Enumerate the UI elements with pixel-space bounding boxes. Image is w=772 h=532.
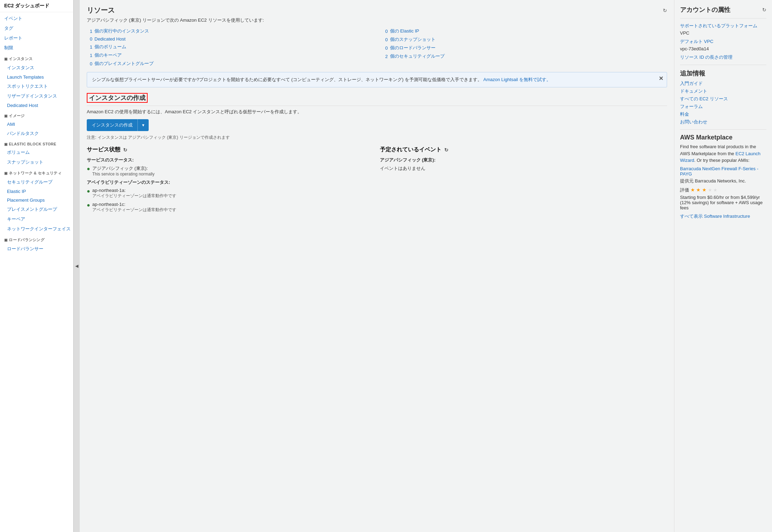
running-instances-label[interactable]: 個の実行中のインスタンス bbox=[94, 28, 149, 34]
service-status-region: アジアパシフィック (東京): bbox=[92, 165, 155, 172]
resource-item-volumes: 1 個のボリューム bbox=[87, 43, 372, 51]
sidebar-section-ebs: ▣ ELASTIC BLOCK STORE bbox=[0, 138, 73, 148]
az-status-1a-msg: アベイラビリティーゾーンは通常動作中です bbox=[92, 193, 176, 199]
security-groups-count[interactable]: 2 bbox=[382, 54, 388, 59]
scheduled-events-title: 予定されているイベント bbox=[380, 146, 441, 153]
sidebar-item-snapshots[interactable]: スナップショット bbox=[0, 157, 73, 167]
create-instance-section: インスタンスの作成 Amazon EC2 の使用を開始するには、Amazon E… bbox=[87, 93, 667, 141]
sidebar-item-network-interfaces[interactable]: ネットワークインターフェイス bbox=[0, 224, 73, 234]
platform-link[interactable]: サポートされているプラットフォーム bbox=[680, 23, 766, 29]
sidebar-item-volumes[interactable]: ボリューム bbox=[0, 148, 73, 157]
sidebar-item-load-balancers[interactable]: ロードバランサー bbox=[0, 244, 73, 254]
scheduled-events-region: アジアパシフィック (東京): bbox=[380, 157, 667, 163]
running-instances-count[interactable]: 1 bbox=[87, 29, 92, 34]
forum-link[interactable]: フォーラム bbox=[680, 103, 766, 110]
marketplace-show-all-link[interactable]: すべて表示 Software Infrastructure bbox=[680, 213, 766, 220]
create-instance-dropdown-arrow[interactable]: ▼ bbox=[138, 119, 149, 131]
sidebar-item-security-groups[interactable]: セキュリティグループ bbox=[0, 177, 73, 187]
create-instance-button-group: インスタンスの作成 ▼ bbox=[87, 119, 149, 131]
sidebar-section-load-balancing: ▣ ロードバランシング bbox=[0, 234, 73, 244]
snapshots-label[interactable]: 個のスナップショット bbox=[390, 36, 435, 43]
marketplace-product1-link[interactable]: Barracuda NextGen Firewall F-Series - PA… bbox=[680, 166, 766, 177]
load-balancers-label[interactable]: 個のロードバランサー bbox=[390, 45, 435, 51]
additional-info-title: 追加情報 bbox=[680, 69, 766, 78]
resource-col1: 1 個の実行中のインスタンス 0 Dedicated Host 1 個のボリュー… bbox=[87, 27, 372, 68]
load-balancers-count[interactable]: 0 bbox=[382, 45, 388, 51]
sidebar-item-reports[interactable]: レポート bbox=[0, 33, 73, 43]
sidebar-collapse-button[interactable]: ◀ bbox=[73, 0, 80, 532]
keypairs-count[interactable]: 1 bbox=[87, 53, 92, 58]
az-zone-1a: ap-northeast-1a: bbox=[92, 188, 176, 193]
sidebar-item-instances[interactable]: インスタンス bbox=[0, 63, 73, 73]
sidebar-item-limits[interactable]: 制限 bbox=[0, 43, 73, 53]
dedicated-host-count[interactable]: 0 bbox=[87, 36, 92, 42]
guide-link[interactable]: 入門ガイド bbox=[680, 80, 766, 87]
toggle-instances-icon[interactable]: ▣ bbox=[4, 57, 7, 61]
banner-close-button[interactable]: ✕ bbox=[659, 76, 663, 81]
pricing-link[interactable]: 料金 bbox=[680, 111, 766, 117]
placement-groups-label[interactable]: 個のプレイスメントグループ bbox=[94, 60, 154, 67]
marketplace-product1-price: Starting from $0.60/hr or from $4,599/yr… bbox=[680, 195, 766, 210]
star4: ★ bbox=[708, 187, 712, 193]
az-status-1c: ● ap-northeast-1c: アベイラビリティーゾーンは通常動作中です bbox=[87, 202, 374, 213]
snapshots-count[interactable]: 0 bbox=[382, 37, 388, 42]
toggle-network-icon[interactable]: ▣ bbox=[4, 171, 7, 175]
all-resources-link[interactable]: すべての EC2 リソース bbox=[680, 96, 766, 102]
scheduled-events-section: 予定されているイベント ↻ アジアパシフィック (東京): イベントはありません bbox=[380, 146, 667, 216]
resource-item-snapshots: 0 個のスナップショット bbox=[382, 35, 667, 44]
service-status-label: サービスのステータス: bbox=[87, 157, 374, 163]
toggle-images-icon[interactable]: ▣ bbox=[4, 114, 7, 118]
sidebar-item-events[interactable]: イベント bbox=[0, 14, 73, 23]
keypairs-label[interactable]: 個のキーペア bbox=[94, 52, 122, 58]
toggle-lb-icon[interactable]: ▣ bbox=[4, 238, 7, 242]
security-groups-label[interactable]: 個のセキュリティグループ bbox=[390, 53, 445, 59]
sidebar-item-reserved-instances[interactable]: リザーブドインスタンス bbox=[0, 91, 73, 101]
banner-text: シンプルな仮想プライベートサーバーが必要ですか?プロジェクトを開始するために必要… bbox=[92, 77, 482, 82]
sidebar-item-elastic-ip[interactable]: Elastic IP bbox=[0, 187, 73, 196]
resource-item-running-instances: 1 個の実行中のインスタンス bbox=[87, 27, 372, 35]
az-ok-icon-1c: ● bbox=[87, 202, 90, 208]
resources-refresh-icon[interactable]: ↻ bbox=[663, 8, 667, 13]
contact-link[interactable]: お問い合わせ bbox=[680, 119, 766, 125]
sidebar-item-tags[interactable]: タグ bbox=[0, 23, 73, 33]
service-status-title: サービス状態 bbox=[87, 146, 120, 153]
resource-item-load-balancers: 0 個のロードバランサー bbox=[382, 44, 667, 52]
docs-link[interactable]: ドキュメント bbox=[680, 88, 766, 94]
create-instance-desc: Amazon EC2 の使用を開始するには、Amazon EC2 インスタンスと… bbox=[87, 109, 667, 115]
resource-item-keypairs: 1 個のキーペア bbox=[87, 51, 372, 59]
default-vpc-link[interactable]: デフォルト VPC bbox=[680, 38, 766, 45]
account-attributes-refresh-icon[interactable]: ↻ bbox=[762, 7, 766, 13]
sidebar-item-launch-templates[interactable]: Launch Templates bbox=[0, 73, 73, 81]
sidebar-item-spot-requests[interactable]: スポットリクエスト bbox=[0, 81, 73, 91]
service-status-item-tokyo: ● アジアパシフィック (東京): This service is operat… bbox=[87, 165, 374, 177]
placement-groups-count[interactable]: 0 bbox=[87, 61, 92, 66]
elastic-ip-count[interactable]: 0 bbox=[382, 29, 388, 34]
platform-value: VPC bbox=[680, 30, 766, 36]
toggle-ebs-icon[interactable]: ▣ bbox=[4, 142, 7, 146]
volumes-label[interactable]: 個のボリューム bbox=[94, 44, 126, 50]
elastic-ip-label[interactable]: 個の Elastic IP bbox=[390, 28, 419, 34]
az-zone-1c: ap-northeast-1c: bbox=[92, 202, 176, 207]
create-instance-button[interactable]: インスタンスの作成 bbox=[87, 119, 138, 131]
sidebar-item-key-pairs[interactable]: キーペア bbox=[0, 214, 73, 224]
create-instance-title-highlight: インスタンスの作成 bbox=[87, 93, 148, 103]
star1: ★ bbox=[690, 187, 695, 193]
az-status-1a: ● ap-northeast-1a: アベイラビリティーゾーンは通常動作中です bbox=[87, 188, 374, 199]
sidebar-item-placement-groups[interactable]: プレイスメントグループ bbox=[0, 204, 73, 214]
resource-id-link[interactable]: リソース ID の長さの管理 bbox=[680, 54, 766, 60]
sidebar-item-placement-groups-en[interactable]: Placement Groups bbox=[0, 196, 73, 204]
resource-item-elastic-ip: 0 個の Elastic IP bbox=[382, 27, 667, 35]
sidebar-item-ami[interactable]: AMI bbox=[0, 120, 73, 129]
banner-link[interactable]: Amazon Lightsail を無料で試す。 bbox=[483, 77, 551, 82]
marketplace-desc: Find free software trial products in the… bbox=[680, 143, 766, 164]
dedicated-host-label[interactable]: Dedicated Host bbox=[94, 36, 126, 42]
sidebar-item-bundle-tasks[interactable]: バンドルタスク bbox=[0, 129, 73, 138]
scheduled-events-refresh-icon[interactable]: ↻ bbox=[444, 147, 448, 153]
status-ok-icon: ● bbox=[87, 166, 90, 172]
service-status-refresh-icon[interactable]: ↻ bbox=[123, 147, 127, 153]
sidebar-section-network: ▣ ネットワーク & セキュリティ bbox=[0, 167, 73, 177]
sidebar-item-dedicated-host[interactable]: Dedicated Host bbox=[0, 101, 73, 110]
marketplace-title: AWS Marketplace bbox=[680, 134, 766, 141]
volumes-count[interactable]: 1 bbox=[87, 44, 92, 50]
resource-item-dedicated-host: 0 Dedicated Host bbox=[87, 35, 372, 43]
